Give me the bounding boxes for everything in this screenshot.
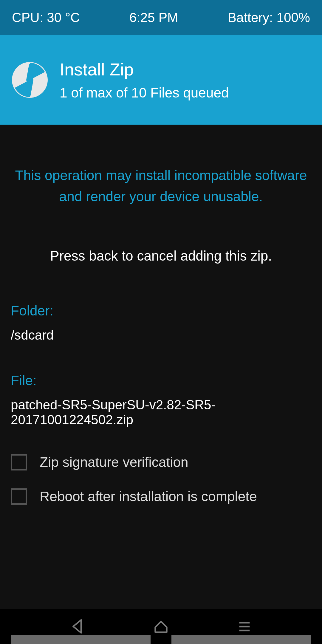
checkbox-label: Zip signature verification xyxy=(40,454,188,470)
page-title: Install Zip xyxy=(60,59,229,79)
instruction-text: Press back to cancel adding this zip. xyxy=(11,248,311,303)
clear-zip-queue-button[interactable]: Clear Zip Queue xyxy=(171,635,311,644)
svg-rect-2 xyxy=(239,626,250,627)
svg-rect-1 xyxy=(239,622,250,623)
checkbox-icon xyxy=(11,488,27,505)
twrp-logo-icon xyxy=(12,62,48,98)
checkbox-icon xyxy=(11,454,27,470)
checkbox-reboot-after[interactable]: Reboot after installation is complete xyxy=(11,488,311,505)
folder-label: Folder: xyxy=(11,303,311,319)
cpu-temp: CPU: 30 °C xyxy=(12,10,80,25)
status-bar: CPU: 30 °C 6:25 PM Battery: 100% xyxy=(0,0,322,35)
file-name: patched-SR5-SuperSU-v2.82-SR5-2017100122… xyxy=(11,397,311,427)
queue-subtitle: 1 of max of 10 Files queued xyxy=(60,85,229,101)
warning-text: This operation may install incompatible … xyxy=(11,125,311,248)
svg-rect-3 xyxy=(239,630,250,631)
status-time: 6:25 PM xyxy=(129,10,178,25)
title-bar: Install Zip 1 of max of 10 Files queued xyxy=(0,35,322,125)
add-more-zips-button[interactable]: Add more Zips xyxy=(11,635,151,644)
file-label: File: xyxy=(11,372,311,388)
folder-path: /sdcard xyxy=(11,328,311,343)
checkbox-signature-verification[interactable]: Zip signature verification xyxy=(11,454,311,470)
battery-level: Battery: 100% xyxy=(228,10,310,25)
home-icon[interactable] xyxy=(149,614,173,638)
checkbox-label: Reboot after installation is complete xyxy=(40,488,257,504)
main-content: This operation may install incompatible … xyxy=(0,125,322,609)
